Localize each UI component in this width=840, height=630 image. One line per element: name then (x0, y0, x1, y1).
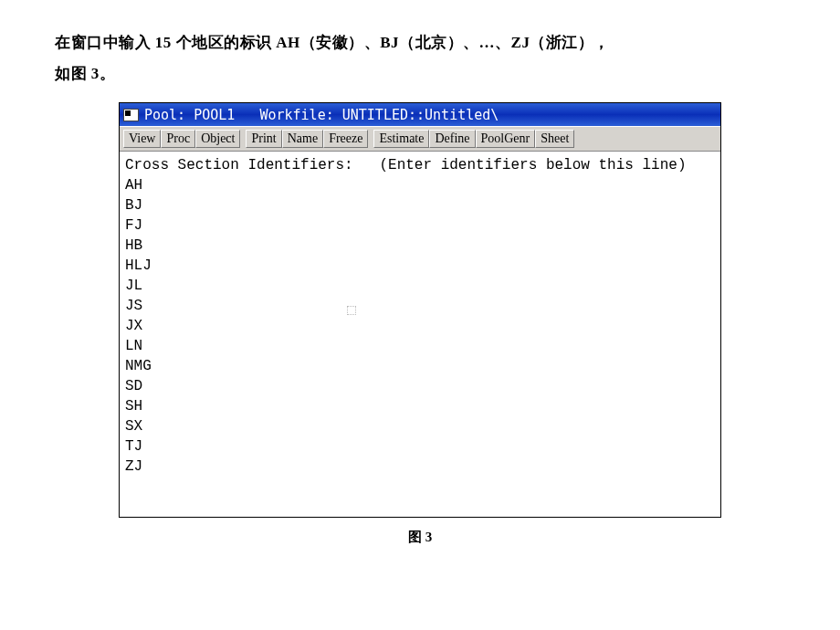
print-button[interactable]: Print (246, 130, 281, 148)
proc-button[interactable]: Proc (161, 130, 195, 148)
pool-window: Pool: POOL1 Workfile: UNTITLED::Untitled… (119, 102, 721, 518)
view-button[interactable]: View (123, 130, 161, 148)
object-button[interactable]: Object (195, 130, 240, 148)
identifier-row: AH (125, 175, 715, 195)
identifier-row: SX (125, 416, 715, 436)
identifier-row: LN (125, 336, 715, 356)
identifier-row: JL (125, 276, 715, 296)
identifiers-editor[interactable]: Cross Section Identifiers: (Enter identi… (120, 152, 720, 517)
identifier-row: BJ (125, 195, 715, 215)
identifier-row: JS (125, 296, 715, 316)
freeze-button[interactable]: Freeze (323, 130, 368, 148)
identifiers-header: Cross Section Identifiers: (Enter identi… (125, 157, 715, 173)
estimate-button[interactable]: Estimate (373, 130, 429, 148)
sheet-button[interactable]: Sheet (535, 130, 574, 148)
toolbar-group-2: Print Name Freeze (246, 130, 368, 148)
toolbar: View Proc Object Print Name Freeze Estim… (120, 126, 720, 152)
identifier-row: SD (125, 376, 715, 396)
intro-paragraph: 在窗口中输入 15 个地区的标识 AH（安徽）、BJ（北京）、…、ZJ（浙江），… (55, 27, 785, 89)
identifier-row: ZJ (125, 457, 715, 477)
window-title-text: Pool: POOL1 Workfile: UNTITLED::Untitled… (144, 107, 499, 123)
identifier-row: SH (125, 396, 715, 416)
window-icon (123, 109, 139, 121)
page-marker-icon (347, 306, 356, 315)
identifier-row: FJ (125, 215, 715, 236)
name-button[interactable]: Name (282, 130, 323, 148)
identifier-row: HLJ (125, 256, 715, 276)
identifier-row: HB (125, 236, 715, 256)
page-container: 在窗口中输入 15 个地区的标识 AH（安徽）、BJ（北京）、…、ZJ（浙江），… (0, 0, 840, 564)
window-titlebar[interactable]: Pool: POOL1 Workfile: UNTITLED::Untitled… (120, 103, 720, 126)
define-button[interactable]: Define (429, 130, 475, 148)
toolbar-group-1: View Proc Object (123, 130, 240, 148)
figure-caption: 图 3 (55, 529, 785, 546)
identifier-row: NMG (125, 356, 715, 376)
poolgenr-button[interactable]: PoolGenr (476, 130, 536, 148)
toolbar-group-3: Estimate Define PoolGenr Sheet (373, 130, 574, 148)
identifier-row: TJ (125, 436, 715, 457)
intro-line-2: 如图 3。 (55, 65, 115, 82)
intro-line-1: 在窗口中输入 15 个地区的标识 AH（安徽）、BJ（北京）、…、ZJ（浙江）， (55, 34, 610, 51)
identifier-row: JX (125, 316, 715, 336)
